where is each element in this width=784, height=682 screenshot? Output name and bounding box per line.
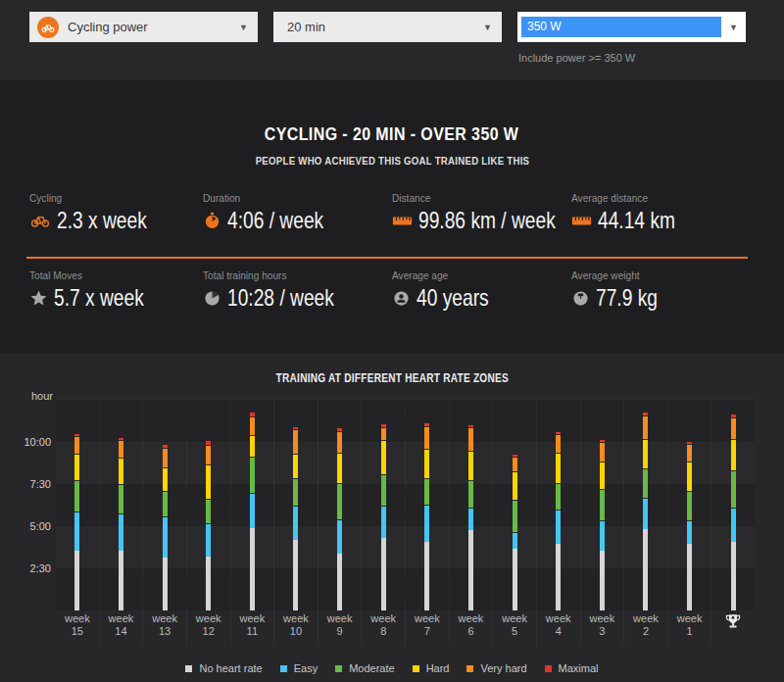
bar-segment-easy — [600, 520, 605, 552]
bar-segment-no-heart-rate — [250, 528, 255, 610]
bar-segment-no-heart-rate — [337, 554, 342, 610]
legend-swatch — [545, 665, 552, 672]
goal-subtitle: PEOPLE WHO ACHIEVED THIS GOAL TRAINED LI… — [0, 155, 784, 167]
ruler-icon — [571, 212, 592, 229]
stacked-bar[interactable] — [424, 422, 429, 610]
y-tick-label: 7:30 — [12, 478, 51, 490]
stacked-bar[interactable] — [293, 426, 298, 610]
stat-distance: Distance 99.86 km / week — [392, 192, 571, 234]
bar-segment-no-heart-rate — [74, 551, 79, 610]
bar-segment-very-hard — [119, 440, 123, 458]
bar-column-week-13: week13 — [143, 397, 187, 646]
power-filter-note: Include power >= 350 W — [518, 52, 635, 64]
x-label: week14 — [100, 612, 143, 646]
bar-column-week-14: week14 — [100, 397, 144, 646]
sport-dropdown[interactable]: Cycling power ▼ — [29, 12, 258, 42]
legend-item-easy: Easy — [280, 662, 318, 674]
bar-segment-easy — [206, 523, 211, 557]
bar-segment-no-heart-rate — [468, 530, 473, 610]
star-icon — [29, 289, 48, 308]
legend-swatch — [185, 665, 192, 672]
bar-segment-very-hard — [687, 444, 692, 462]
bar-column-week-15: week15 — [56, 397, 100, 646]
bar-column-week-7: week7 — [406, 397, 450, 646]
bar-column-goal-week — [711, 397, 755, 646]
x-label: week1 — [668, 612, 711, 646]
cycling-icon — [37, 17, 59, 38]
bicycle-icon — [29, 211, 51, 230]
duration-dropdown[interactable]: 20 min ▼ — [273, 12, 502, 42]
bar-segment-no-heart-rate — [643, 529, 648, 610]
bar-segment-no-heart-rate — [424, 542, 429, 610]
x-label: week7 — [406, 612, 449, 646]
stacked-bar[interactable] — [250, 412, 255, 610]
duration-dropdown-value: 20 min — [287, 20, 325, 34]
bar-segment-easy — [643, 498, 648, 529]
bar-segment-moderate — [513, 500, 517, 532]
bar-segment-no-heart-rate — [163, 558, 168, 610]
stacked-bar[interactable] — [600, 439, 605, 610]
power-dropdown[interactable]: 350 W ▼ — [517, 12, 746, 42]
chart-plot-area: week15week14week13week12week11week10week… — [56, 397, 755, 646]
bar-column-week-2: week2 — [624, 397, 668, 646]
stats-row-2: Total Moves 5.7 x week Total training ho… — [29, 269, 755, 312]
stacked-bar[interactable] — [643, 412, 648, 610]
y-tick-label: 2:30 — [12, 562, 51, 574]
bar-segment-very-hard — [293, 429, 298, 454]
stacked-bar[interactable] — [513, 454, 517, 610]
ruler-icon — [392, 212, 413, 229]
bar-segment-very-hard — [513, 457, 517, 471]
legend-item-no-heart-rate: No heart rate — [185, 662, 262, 674]
stacked-bar[interactable] — [381, 423, 386, 610]
x-label: week12 — [187, 612, 230, 646]
bar-column-week-1: week1 — [668, 397, 712, 646]
bar-segment-hard — [250, 435, 255, 457]
stat-cycling: Cycling 2.3 x week — [29, 192, 203, 234]
stacked-bar[interactable] — [163, 444, 168, 610]
x-label: week8 — [362, 612, 405, 646]
stacked-bar[interactable] — [206, 440, 211, 610]
stopwatch-icon — [203, 212, 221, 230]
bar-segment-moderate — [74, 480, 79, 512]
stacked-bar[interactable] — [687, 441, 692, 610]
legend-label: No heart rate — [199, 662, 262, 674]
bar-segment-moderate — [337, 483, 342, 519]
legend-item-moderate: Moderate — [335, 662, 394, 674]
chevron-down-icon: ▼ — [483, 23, 492, 32]
stacked-bar[interactable] — [74, 433, 79, 610]
stacked-bar[interactable] — [468, 424, 473, 610]
bar-segment-hard — [600, 462, 605, 489]
bar-segment-no-heart-rate — [206, 557, 211, 610]
bar-segment-moderate — [293, 478, 298, 506]
bar-segment-no-heart-rate — [556, 544, 561, 610]
bar-column-week-10: week10 — [274, 397, 318, 646]
y-tick-label: 5:00 — [12, 520, 51, 532]
trophy-icon — [724, 612, 742, 630]
legend-label: Maximal — [559, 662, 599, 674]
stat-duration: Duration 4:06 / week — [203, 192, 392, 234]
stacked-bar[interactable] — [337, 427, 342, 610]
bar-segment-hard — [119, 458, 123, 484]
bar-segment-hard — [337, 453, 342, 484]
bar-segment-moderate — [119, 484, 123, 513]
bar-segment-very-hard — [250, 416, 255, 435]
chevron-down-icon: ▼ — [239, 23, 248, 32]
bar-segment-hard — [731, 439, 736, 470]
bar-column-week-4: week4 — [537, 397, 581, 646]
bar-segment-hard — [206, 464, 211, 499]
legend-swatch — [413, 665, 419, 672]
bar-column-week-9: week9 — [318, 397, 363, 646]
goal-title: CYCLING - 20 MIN - OVER 350 W — [0, 123, 784, 145]
bar-column-week-3: week3 — [581, 397, 625, 646]
stacked-bar[interactable] — [731, 414, 736, 610]
bar-segment-moderate — [163, 491, 168, 516]
sport-dropdown-value: Cycling power — [68, 20, 148, 34]
stacked-bar[interactable] — [119, 437, 123, 610]
bar-segment-hard — [424, 449, 429, 478]
bar-segment-moderate — [556, 483, 561, 510]
bar-segment-no-heart-rate — [600, 551, 605, 610]
stacked-bar[interactable] — [556, 431, 561, 610]
legend-label: Hard — [426, 662, 450, 674]
bar-segment-hard — [513, 471, 517, 499]
bar-segment-easy — [163, 516, 168, 558]
